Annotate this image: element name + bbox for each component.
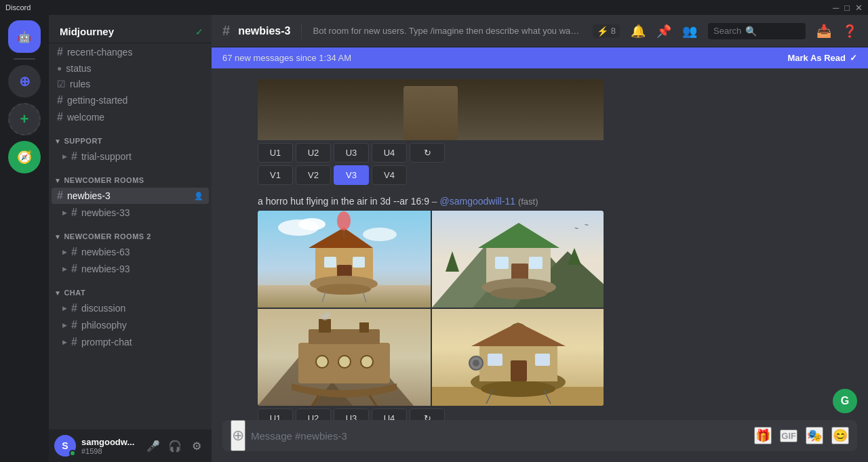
checkmark-icon: ✓ [195,26,203,37]
minimize-button[interactable]: ─ [833,3,839,13]
add-attachment-button[interactable]: ⊕ [231,420,245,451]
channel-header-name: newbies-3 [238,25,290,37]
user-area: S samgoodw... #1598 🎤 🎧 ⚙ [49,429,212,462]
v3-button-top[interactable]: V3 [334,165,369,185]
u2-button-top[interactable]: U2 [296,143,331,163]
channel-item-discussion[interactable]: ▶ # discussion [52,300,209,316]
collapse-arrow-icon: ▶ [62,153,67,160]
u3-button-top[interactable]: U3 [334,143,369,163]
members-icon[interactable]: 👥 [682,24,697,39]
refresh-button-top[interactable]: ↻ [410,143,445,163]
main-content: # newbies-3 Bot room for new users. Type… [212,15,868,462]
settings-button[interactable]: ⚙ [187,436,206,455]
server-name: Midjourney [60,26,114,37]
floating-user-avatar[interactable]: G [833,389,857,413]
discord-logo-icon: ⊕ [19,73,31,89]
hash-icon: # [71,302,77,314]
hash-icon: # [57,94,63,106]
server-icon-explore[interactable]: 🧭 [8,141,41,173]
title-bar: Discord ─ □ ✕ [0,0,868,15]
server-icon-home[interactable]: ⊕ [8,65,41,98]
notification-bell-icon[interactable]: 🔔 [631,24,646,39]
message-row: U1 U2 U3 U4 ↻ V1 V2 V3 V4 [222,79,857,185]
channel-label: philosophy [81,320,127,331]
person-icon: 👤 [194,192,203,201]
messages-area: U1 U2 U3 U4 ↻ V1 V2 V3 V4 [212,68,868,420]
headphones-button[interactable]: 🎧 [165,436,184,455]
image-cell-br[interactable] [432,309,604,406]
search-bar[interactable]: Search 🔍 [708,23,806,39]
channel-item-getting-started[interactable]: # getting-started [52,92,209,108]
channel-item-newbies-63[interactable]: ▶ # newbies-63 [52,244,209,260]
refresh-button-bottom[interactable]: ↻ [410,408,445,420]
channel-label: prompt-chat [81,337,132,348]
server-header[interactable]: Midjourney ✓ [49,15,212,43]
server-sidebar: 🤖 ⊕ + 🧭 [0,15,49,462]
svg-point-14 [337,211,351,230]
channel-item-welcome[interactable]: # welcome [52,109,209,125]
sticker-button[interactable]: 🎭 [806,427,823,444]
mic-button[interactable]: 🎤 [144,436,163,455]
server-icon-img: 🤖 [18,30,31,43]
u1-button-top[interactable]: U1 [258,143,293,163]
u3-button-bottom[interactable]: U3 [334,408,369,420]
avatar: S [54,435,76,457]
message-group-2: a horro hut flying in the air in 3d --ar… [222,196,857,420]
channel-item-prompt-chat[interactable]: ▶ # prompt-chat [52,334,209,350]
svg-rect-54 [535,354,550,366]
close-button[interactable]: ✕ [855,3,863,13]
channel-item-newbies-33[interactable]: ▶ # newbies-33 [52,205,209,221]
v1-button-top[interactable]: V1 [258,165,293,185]
speed-tag: (fast) [518,196,538,207]
mark-as-read-label: Mark As Read [788,53,846,63]
emoji-button[interactable]: 😊 [831,427,849,444]
collapse-arrow-icon: ▶ [62,249,67,255]
channel-item-newbies-3[interactable]: # newbies-3 👤 [52,188,209,204]
image-cell-bl[interactable] [258,309,431,406]
maximize-button[interactable]: □ [844,3,850,13]
image-cell-tl[interactable] [258,211,431,308]
u4-button-top[interactable]: U4 [372,143,407,163]
channel-item-philosophy[interactable]: ▶ # philosophy [52,317,209,333]
u4-button-bottom[interactable]: U4 [372,408,407,420]
gift-button[interactable]: 🎁 [754,427,772,444]
pin-icon[interactable]: 📌 [656,24,671,39]
message-text: a horro hut flying in the air in 3d --ar… [258,196,604,207]
help-icon[interactable]: ❓ [842,24,857,39]
channel-item-trial-support[interactable]: ▶ # trial-support [52,148,209,165]
category-newcomer-rooms[interactable]: ▼ NEWCOMER ROOMS [49,165,212,187]
channel-item-recent-changes[interactable]: # recent-changes [52,44,209,60]
member-count: 8 [611,26,616,36]
u1-button-bottom[interactable]: U1 [258,408,293,420]
hash-icon: # [57,111,63,123]
title-bar-controls[interactable]: ─ □ ✕ [833,3,863,13]
image-cell-tr[interactable]: ~ ~ [432,211,604,308]
svg-point-28 [490,287,547,299]
channel-item-newbies-93[interactable]: ▶ # newbies-93 [52,261,209,277]
u2-button-bottom[interactable]: U2 [296,408,331,420]
status-dot [69,450,76,457]
channel-label: status [66,63,91,74]
app-layout: 🤖 ⊕ + 🧭 Midjourney ✓ # recent-changes ● … [0,15,868,462]
channel-label: trial-support [81,151,132,162]
add-server-button[interactable]: + [8,103,41,135]
message-input[interactable] [251,422,749,450]
gif-button[interactable]: GIF [780,429,797,442]
channel-label: discussion [81,303,125,314]
channel-sidebar: Midjourney ✓ # recent-changes ● status ☑… [49,15,212,462]
category-support[interactable]: ▼ SUPPORT [49,126,212,148]
channel-item-rules[interactable]: ☑ rules [52,77,209,91]
inbox-icon[interactable]: 📥 [816,24,831,39]
channel-label: rules [70,79,90,89]
category-chat[interactable]: ▼ CHAT [49,278,212,299]
channel-item-status[interactable]: ● status [52,61,209,76]
server-icon-midjourney[interactable]: 🤖 [8,20,41,53]
user-mention[interactable]: @samgoodwill-11 [440,196,515,207]
mark-as-read-button[interactable]: Mark As Read ✓ [788,53,858,63]
checkmark-icon: ✓ [850,53,857,63]
action-buttons-bottom-u: U1 U2 U3 U4 ↻ [258,408,604,420]
category-newcomer-rooms-2[interactable]: ▼ NEWCOMER ROOMS 2 [49,222,212,243]
v4-button-top[interactable]: V4 [372,165,407,185]
v2-button-top[interactable]: V2 [296,165,331,185]
message-input-box: ⊕ 🎁 GIF 🎭 😊 [222,420,857,451]
